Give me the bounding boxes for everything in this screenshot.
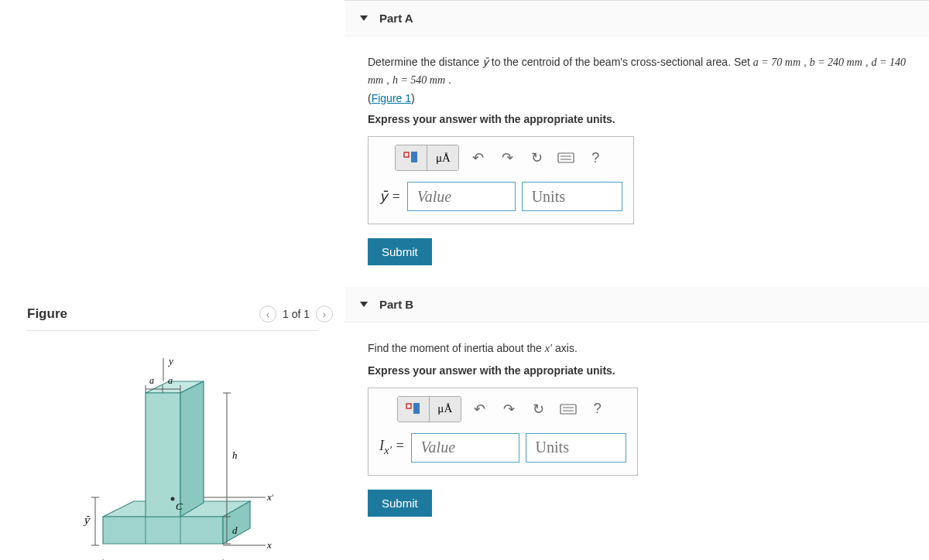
svg-rect-37 <box>404 152 409 157</box>
svg-point-31 <box>170 497 174 501</box>
units-button[interactable]: μÅ <box>430 397 461 422</box>
value-input-b[interactable] <box>411 433 519 463</box>
part-a-header[interactable]: Part A <box>345 1 929 36</box>
svg-rect-44 <box>560 405 576 414</box>
chevron-down-icon <box>360 302 368 307</box>
beam-figure: y a a h d b <box>72 350 273 560</box>
part-b-answer-box: μÅ ↶ ↷ ↻ ? Ix′ = <box>368 388 638 476</box>
figure-prev-button[interactable]: ‹ <box>259 306 276 323</box>
reset-icon[interactable]: ↻ <box>526 147 547 169</box>
units-input-a[interactable] <box>522 182 622 211</box>
svg-text:d: d <box>232 524 238 536</box>
submit-button-a[interactable]: Submit <box>368 238 432 265</box>
part-b-header[interactable]: Part B <box>345 287 929 323</box>
ybar-label: ȳ = <box>379 188 401 205</box>
part-a-instruction: Express your answer with the appropriate… <box>368 113 906 125</box>
figure-title: Figure <box>27 306 67 322</box>
redo-icon[interactable]: ↷ <box>499 398 520 420</box>
svg-text:ȳ: ȳ <box>83 514 91 526</box>
reset-icon[interactable]: ↻ <box>528 398 550 420</box>
keyboard-icon[interactable] <box>557 398 579 420</box>
svg-text:y: y <box>167 355 173 367</box>
value-input-a[interactable] <box>407 182 516 211</box>
svg-text:C: C <box>176 500 183 512</box>
part-a-prompt: Determine the distance ȳ to the centroid… <box>368 53 906 107</box>
help-icon[interactable]: ? <box>587 398 608 420</box>
svg-text:x: x <box>266 539 272 551</box>
units-button[interactable]: μÅ <box>427 145 458 170</box>
figure-next-button[interactable]: › <box>316 306 333 323</box>
submit-button-b[interactable]: Submit <box>368 490 432 517</box>
figure-link[interactable]: Figure 1 <box>372 92 411 104</box>
chevron-down-icon <box>360 15 368 21</box>
part-b-instruction: Express your answer with the appropriate… <box>368 364 906 377</box>
part-b-prompt: Find the moment of inertia about the x′ … <box>368 340 906 357</box>
help-icon[interactable]: ? <box>584 147 606 169</box>
svg-rect-42 <box>406 404 411 408</box>
svg-rect-43 <box>413 403 420 414</box>
svg-marker-5 <box>180 381 204 517</box>
part-a-answer-box: μÅ ↶ ↷ ↻ ? ȳ = <box>368 136 634 224</box>
units-input-b[interactable] <box>526 433 626 463</box>
ix-label: Ix′ = <box>379 438 405 457</box>
svg-text:h: h <box>232 449 238 461</box>
svg-rect-38 <box>411 152 417 162</box>
keyboard-icon[interactable] <box>555 147 577 169</box>
format-button[interactable] <box>396 145 427 170</box>
redo-icon[interactable]: ↷ <box>496 147 518 169</box>
undo-icon[interactable]: ↶ <box>467 147 488 169</box>
undo-icon[interactable]: ↶ <box>469 398 491 420</box>
svg-text:x': x' <box>266 491 273 503</box>
part-b-title: Part B <box>379 298 413 311</box>
svg-text:a: a <box>168 375 173 386</box>
svg-marker-1 <box>103 517 223 544</box>
svg-rect-39 <box>558 153 574 162</box>
part-a-title: Part A <box>379 12 413 25</box>
figure-count: 1 of 1 <box>283 308 310 320</box>
format-button[interactable] <box>398 397 429 422</box>
svg-marker-4 <box>146 393 180 517</box>
svg-text:a: a <box>149 375 154 386</box>
